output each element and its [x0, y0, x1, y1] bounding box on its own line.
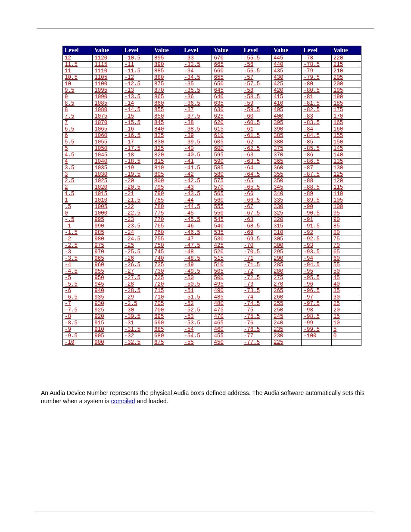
cell-value: 940 — [93, 288, 122, 294]
cell-level: -2 — [63, 236, 93, 243]
cell-level: -99 — [302, 320, 331, 327]
cell-level: -62.5 — [242, 146, 271, 152]
cell-level: -65 — [242, 178, 271, 184]
cell-value: 785 — [152, 197, 182, 204]
cell-level: -59 — [242, 100, 271, 107]
cell-value: 1120 — [93, 55, 122, 62]
cell-value: 45 — [331, 275, 361, 281]
header-value: Value — [152, 46, 182, 55]
cell-value: 760 — [152, 230, 182, 236]
cell-value: 90 — [331, 217, 361, 223]
cell-value: 485 — [212, 294, 242, 301]
cell-value: 1115 — [93, 62, 122, 68]
cell-value: 550 — [212, 210, 242, 217]
table-row: -3.5965-26740-48.5515-71290-9460 — [63, 255, 361, 262]
cell-level: -45 — [182, 210, 212, 217]
table-row: 11.51115-11890-33.5665-56440-78.5215 — [63, 62, 361, 68]
cell-value: 1025 — [93, 178, 122, 184]
compiled-link[interactable]: compiled — [111, 398, 135, 404]
cell-level: -51 — [182, 288, 212, 294]
table-row: 3.51035-19810-41.5585-64360-87130 — [63, 165, 361, 171]
cell-value: 370 — [272, 152, 302, 159]
table-row: 81080-14.5855-37630-59.5405-82.5175 — [63, 107, 361, 113]
cell-value: 145 — [331, 146, 361, 152]
cell-level: -40.5 — [182, 152, 212, 159]
cell-level: -39.5 — [182, 139, 212, 146]
cell-value: 140 — [331, 152, 361, 159]
cell-level: -17 — [122, 139, 152, 146]
cell-value: 520 — [212, 249, 242, 255]
cell-value: 880 — [152, 75, 182, 81]
cell-value: 320 — [272, 217, 302, 223]
cell-level: -56 — [242, 62, 271, 68]
cell-level: 9.5 — [63, 87, 93, 94]
cell-value: 270 — [272, 281, 302, 288]
cell-value: 1035 — [93, 165, 122, 171]
cell-value: 795 — [152, 184, 182, 191]
table-row: 7.51075-15850-37.5625-60400-83170 — [63, 113, 361, 120]
cell-value: 185 — [331, 100, 361, 107]
cell-value: 435 — [272, 68, 302, 75]
cell-level: -44 — [182, 197, 212, 204]
cell-level: -37 — [182, 107, 212, 113]
cell-level: -28.5 — [122, 288, 152, 294]
cell-level: -35 — [182, 81, 212, 87]
cell-level: -22.5 — [122, 210, 152, 217]
cell-value: 130 — [331, 165, 361, 171]
cell-level: -2.5 — [122, 301, 152, 307]
cell-level: -79 — [302, 68, 331, 75]
cell-level: -63 — [242, 152, 271, 159]
cell-value: 860 — [152, 100, 182, 107]
cell-level: -67.5 — [242, 210, 271, 217]
cell-level: -61 — [242, 126, 271, 133]
cell-level: -90 — [302, 204, 331, 210]
cell-value: 390 — [272, 126, 302, 133]
cell-value: 190 — [331, 94, 361, 100]
cell-level: -24.5 — [122, 236, 152, 243]
cell-level: -6.5 — [63, 294, 93, 301]
header-value: Value — [93, 46, 122, 55]
table-row: -8920-30.5695-53470-75.5245-98.515 — [63, 314, 361, 320]
cell-level: -23 — [122, 217, 152, 223]
header-level: Level — [122, 46, 152, 55]
cell-value: 1040 — [93, 159, 122, 165]
cell-level: -4 — [63, 262, 93, 268]
table-row: 10.51105-12880-34.5655-57430-79.5205 — [63, 75, 361, 81]
cell-value: 365 — [272, 159, 302, 165]
cell-level: -93 — [302, 243, 331, 249]
cell-value: 170 — [331, 113, 361, 120]
cell-value: 750 — [152, 243, 182, 249]
cell-level — [302, 339, 331, 346]
cell-value: 265 — [272, 288, 302, 294]
cell-level: -49.5 — [182, 268, 212, 275]
cell-value: 1085 — [93, 100, 122, 107]
cell-level: -52 — [182, 301, 212, 307]
cell-level: -43 — [182, 184, 212, 191]
cell-level: -54.5 — [182, 333, 212, 339]
cell-value: 895 — [152, 55, 182, 62]
cell-level: -97.5 — [302, 301, 331, 307]
cell-value: 805 — [152, 171, 182, 178]
cell-value: 305 — [272, 236, 302, 243]
cell-level: -21.5 — [122, 197, 152, 204]
cell-value: 875 — [152, 81, 182, 87]
level-value-table-wrap: LevelValueLevelValueLevelValueLevelValue… — [62, 46, 361, 346]
cell-level: -77 — [242, 333, 271, 339]
cell-level: -17.5 — [122, 146, 152, 152]
cell-value: 120 — [331, 178, 361, 184]
cell-value: 990 — [93, 223, 122, 230]
cell-level: -1.5 — [63, 230, 93, 236]
cell-level: -37.5 — [182, 113, 212, 120]
table-row: 121120-10.5895-33670-55.5445-78220 — [63, 55, 361, 62]
cell-value: 310 — [272, 230, 302, 236]
cell-level: -33 — [182, 55, 212, 62]
cell-value: 775 — [152, 210, 182, 217]
table-row: -5.5945-28720-50.5495-73270-9640 — [63, 281, 361, 288]
cell-level: -79.5 — [302, 75, 331, 81]
cell-level: -16.5 — [122, 133, 152, 139]
cell-value: 410 — [272, 100, 302, 107]
table-body: 121120-10.5895-33670-55.5445-7822011.511… — [63, 55, 361, 346]
cell-value: 635 — [212, 100, 242, 107]
cell-level: -99.5 — [302, 327, 331, 333]
cell-level: 8.5 — [63, 100, 93, 107]
